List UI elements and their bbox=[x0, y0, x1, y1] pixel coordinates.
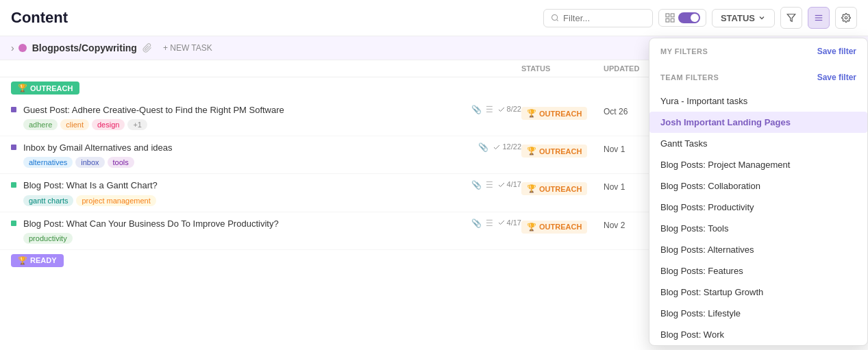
task-indicator bbox=[11, 107, 16, 112]
save-team-filter-button[interactable]: Save filter bbox=[817, 73, 856, 82]
my-filters-section: MY FILTERS Save filter bbox=[649, 38, 867, 64]
task-tags: adhere client design +1 bbox=[23, 119, 521, 130]
filter-item-josh[interactable]: Josh Important Landing Pages bbox=[649, 112, 867, 133]
svg-rect-2 bbox=[666, 14, 669, 17]
col-status-header: STATUS bbox=[521, 64, 604, 73]
task-title: Blog Post: What Can Your Business Do To … bbox=[23, 218, 521, 230]
check-icon bbox=[493, 143, 501, 151]
filter-field[interactable] bbox=[563, 13, 645, 23]
svg-rect-3 bbox=[671, 14, 674, 17]
tag: gantt charts bbox=[23, 195, 73, 206]
filter-button[interactable] bbox=[780, 7, 802, 29]
filter-item-blog-productivity[interactable]: Blog Posts: Productivity bbox=[649, 197, 867, 218]
check-icon bbox=[497, 218, 506, 227]
chevron-down-icon bbox=[758, 14, 766, 22]
attachment-icon: 📎 bbox=[471, 104, 482, 116]
task-status: 🏆 OUTREACH bbox=[521, 104, 604, 120]
header-controls: STATUS bbox=[543, 7, 857, 29]
team-filters-header: TEAM FILTERS Save filter bbox=[660, 73, 856, 82]
group-title: Blogposts/Copywriting bbox=[18, 42, 137, 53]
svg-point-10 bbox=[845, 16, 847, 19]
search-icon bbox=[551, 13, 559, 23]
status-button[interactable]: STATUS bbox=[712, 9, 775, 27]
filter-item-blog-features[interactable]: Blog Posts: Features bbox=[649, 260, 867, 282]
svg-point-0 bbox=[551, 14, 557, 20]
tag: client bbox=[60, 119, 89, 130]
task-tags: productivity bbox=[23, 233, 521, 244]
filter-item-blog-lifestyle[interactable]: Blog Posts: Lifestyle bbox=[649, 303, 867, 324]
task-content: Blog Post: What Is a Gantt Chart? 📎 ☰ 4/… bbox=[23, 179, 521, 205]
gear-icon bbox=[841, 13, 851, 23]
task-indicator bbox=[11, 221, 16, 226]
my-filters-label: MY FILTERS bbox=[660, 47, 708, 55]
checklist-icon: ☰ bbox=[486, 179, 493, 191]
svg-rect-4 bbox=[666, 18, 669, 22]
filter-dropdown: MY FILTERS Save filter TEAM FILTERS Save… bbox=[649, 38, 868, 346]
filter-item-blog-collab[interactable]: Blog Posts: Collaboration bbox=[649, 175, 867, 197]
settings-button[interactable] bbox=[835, 7, 857, 29]
filter-item-yura[interactable]: Yura - Important tasks bbox=[649, 90, 867, 112]
task-status: 🏆 OUTREACH bbox=[521, 218, 604, 234]
team-filters-label: TEAM FILTERS bbox=[660, 73, 719, 82]
filter-item-blog-work[interactable]: Blog Post: Work bbox=[649, 324, 867, 345]
page-title: Content bbox=[11, 9, 68, 27]
save-my-filter-button[interactable]: Save filter bbox=[817, 47, 856, 56]
filter-item-blog-tools[interactable]: Blog Posts: Tools bbox=[649, 218, 867, 239]
my-filters-header: MY FILTERS Save filter bbox=[660, 47, 856, 56]
task-indicator bbox=[11, 182, 16, 188]
toggle-group bbox=[658, 9, 706, 27]
filter-item-gantt[interactable]: Gantt Tasks bbox=[649, 133, 867, 154]
checklist-icon: ☰ bbox=[486, 104, 493, 116]
svg-line-1 bbox=[556, 19, 558, 21]
attachment-icon: 📎 bbox=[471, 218, 482, 229]
svg-rect-5 bbox=[671, 18, 674, 22]
paperclip-icon bbox=[142, 43, 152, 53]
check-icon bbox=[497, 105, 506, 114]
task-title: Blog Post: What Is a Gantt Chart? 📎 ☰ 4/… bbox=[23, 179, 521, 192]
task-content: Blog Post: What Can Your Business Do To … bbox=[23, 218, 521, 244]
toggle-switch[interactable] bbox=[678, 12, 700, 23]
tag: productivity bbox=[23, 233, 73, 244]
ready-badge: 🏆 READY bbox=[11, 254, 64, 267]
outreach-badge: 🏆 OUTREACH bbox=[11, 82, 79, 95]
tag: alternatives bbox=[23, 157, 73, 168]
task-status: 🏆 OUTREACH bbox=[521, 179, 604, 195]
filter-item-blog-startup[interactable]: Blog Post: Startup Growth bbox=[649, 282, 867, 303]
task-status: 🏆 OUTREACH bbox=[521, 142, 604, 158]
svg-marker-6 bbox=[787, 14, 795, 22]
task-content: Inbox by Gmail Alternatives and ideas 📎 … bbox=[23, 142, 521, 168]
task-tags: alternatives inbox tools bbox=[23, 157, 521, 168]
attachment-icon: 📎 bbox=[478, 142, 488, 153]
attachment-icon: 📎 bbox=[471, 179, 482, 191]
task-content: Guest Post: Adhere Creative-Quest to Fin… bbox=[23, 104, 521, 130]
tag: tools bbox=[108, 157, 134, 168]
task-title: Inbox by Gmail Alternatives and ideas 📎 … bbox=[23, 142, 521, 154]
task-indicator bbox=[11, 145, 16, 150]
list-view-button[interactable] bbox=[808, 7, 830, 29]
grid-icon bbox=[665, 12, 675, 23]
list-icon bbox=[814, 13, 823, 23]
tag: inbox bbox=[75, 157, 104, 168]
task-tags: gantt charts project management bbox=[23, 195, 521, 206]
checklist-icon: ☰ bbox=[486, 218, 493, 229]
tag: design bbox=[92, 119, 125, 130]
check-icon bbox=[497, 181, 506, 189]
tag: adhere bbox=[23, 119, 58, 130]
header: Content STATUS bbox=[0, 0, 868, 36]
filter-item-blog-alternatives[interactable]: Blog Posts: Alternatives bbox=[649, 239, 867, 260]
funnel-icon bbox=[786, 13, 796, 23]
tag: project management bbox=[76, 195, 156, 206]
task-title: Guest Post: Adhere Creative-Quest to Fin… bbox=[23, 104, 521, 116]
team-filters-section: TEAM FILTERS Save filter bbox=[649, 64, 867, 90]
filter-input-container[interactable] bbox=[543, 9, 653, 27]
new-task-button[interactable]: + NEW TASK bbox=[163, 43, 212, 53]
group-chevron: › bbox=[11, 42, 14, 53]
filter-item-blog-pm[interactable]: Blog Posts: Project Management bbox=[649, 154, 867, 175]
tag: +1 bbox=[127, 119, 147, 130]
group-color-dot bbox=[18, 44, 27, 52]
